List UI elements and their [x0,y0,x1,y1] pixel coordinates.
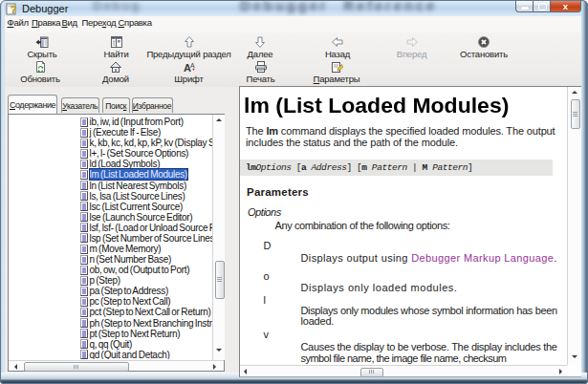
svg-text:A: A [190,62,195,69]
svg-text:?: ? [11,5,16,15]
